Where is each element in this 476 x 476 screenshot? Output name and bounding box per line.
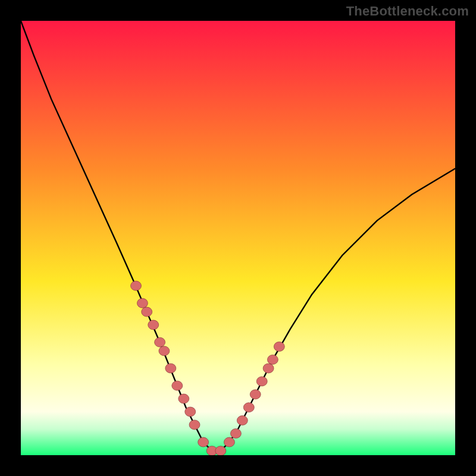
plot-area [21, 21, 455, 455]
curve-marker [189, 420, 200, 430]
curve-marker [165, 364, 176, 373]
bottleneck-curve [21, 21, 455, 455]
chart-frame: TheBottleneck.com [0, 0, 476, 476]
curve-marker [224, 437, 234, 447]
curve-marker [274, 342, 284, 352]
curve-marker [215, 446, 226, 455]
watermark-text: TheBottleneck.com [346, 4, 469, 19]
curve-marker [256, 377, 267, 386]
curve-marker [131, 281, 142, 290]
curve-marker [142, 307, 152, 317]
curve-marker [237, 416, 248, 425]
curve-marker [148, 320, 159, 330]
curve-line [21, 21, 455, 451]
curve-marker [263, 364, 274, 373]
curve-marker [243, 403, 254, 412]
curve-marker [159, 346, 170, 356]
curve-marker [155, 337, 165, 347]
curve-marker [185, 407, 196, 416]
curve-marker [230, 429, 241, 439]
curve-marker [250, 390, 261, 399]
curve-markers [131, 281, 285, 455]
curve-marker [198, 437, 209, 447]
curve-marker [137, 299, 148, 308]
curve-marker [172, 381, 183, 390]
curve-marker [178, 394, 189, 403]
curve-marker [267, 355, 278, 364]
